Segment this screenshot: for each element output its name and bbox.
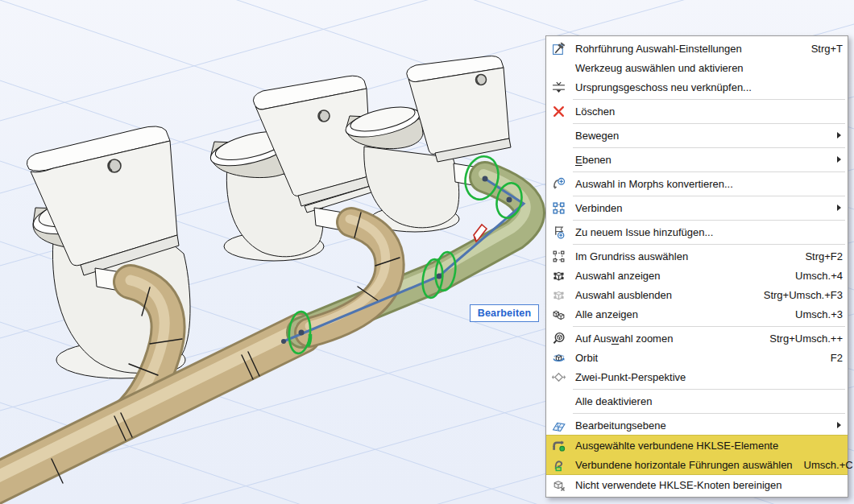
menu-item-shortcut: F2 <box>819 352 843 364</box>
menu-item-label: Auswahl anzeigen <box>575 270 661 282</box>
menu-item-label: Verbinden <box>575 202 623 214</box>
flush-button <box>476 75 487 85</box>
menu-item[interactable]: Auswahl in Morphs konvertieren... <box>546 174 848 193</box>
menu-item[interactable]: Alle anzeigenUmsch.+3 <box>546 304 848 324</box>
menu-item-label: Bewegen <box>575 130 619 142</box>
show-selection-icon <box>552 268 571 283</box>
menu-item[interactable]: OrbitF2 <box>546 348 848 367</box>
application-window: Bearbeiten Rohrführung Auswahl-Einstellu… <box>0 0 854 504</box>
menu-item-shortcut: Umsch.+3 <box>784 308 843 320</box>
zoom-to-selection-icon <box>552 331 571 345</box>
menu-item-shortcut: Strg+T <box>800 43 843 55</box>
menu-item-label: Zwei-Punkt-Perspektive <box>575 371 686 383</box>
menu-item-label: Im Grundriss auswählen <box>575 250 688 262</box>
menu-item-label: Nicht verwendete HKLSE-Knoten bereinigen <box>575 479 782 491</box>
flush-button <box>108 159 121 172</box>
menu-item[interactable]: Rohrführung Auswahl-EinstellungenStrg+T <box>546 39 848 58</box>
menu-item[interactable]: Zu neuem Issue hinzufügen... <box>546 222 848 242</box>
pipe-node[interactable] <box>299 330 305 336</box>
menu-item-label: Verbundene horizontale Führungen auswähl… <box>575 459 793 471</box>
menu-item[interactable]: Bearbeitungsebene <box>546 415 848 435</box>
show-all-icon <box>552 307 571 321</box>
menu-item-label: Ursprungsgeschoss neu verknüpfen... <box>575 81 752 93</box>
pipe-node[interactable] <box>437 274 442 279</box>
menu-item-label: Werkzeug auswählen und aktivieren <box>575 62 744 74</box>
context-menu: Rohrführung Auswahl-EinstellungenStrg+TW… <box>545 35 848 498</box>
submenu-arrow-icon <box>837 156 841 163</box>
menu-item-label: Orbit <box>575 352 598 364</box>
menu-item[interactable]: Zwei-Punkt-Perspektive <box>546 367 848 386</box>
two-point-perspective-icon <box>552 370 571 384</box>
menu-item[interactable]: Ursprungsgeschoss neu verknüpfen... <box>546 77 848 97</box>
menu-item[interactable]: Verbinden <box>546 198 848 217</box>
connected-mep-elements-icon <box>552 438 571 452</box>
submenu-arrow-icon <box>837 204 841 211</box>
orbit-icon <box>552 350 571 365</box>
pipe-node[interactable] <box>483 176 488 182</box>
menu-item-shortcut: Strg+Umsch.++ <box>758 333 843 345</box>
menu-item[interactable]: Werkzeug auswählen und aktivieren <box>546 58 848 77</box>
menu-separator <box>573 389 845 390</box>
menu-item[interactable]: Alle deaktivieren <box>546 391 848 411</box>
submenu-arrow-icon <box>837 132 841 138</box>
select-on-plan-icon <box>552 249 571 263</box>
menu-item-label: Auswahl ausblenden <box>575 289 672 301</box>
menu-item-label: Zu neuem Issue hinzufügen... <box>575 226 713 238</box>
cleanup-mep-nodes-icon <box>552 477 571 492</box>
menu-separator <box>573 99 845 100</box>
menu-item[interactable]: Auf Auswahl zoomenStrg+Umsch.++ <box>546 328 848 348</box>
hide-selection-icon <box>552 287 571 302</box>
menu-separator <box>573 123 845 124</box>
relink-story-icon <box>552 80 571 94</box>
menu-item-label: Rohrführung Auswahl-Einstellungen <box>575 43 742 55</box>
no-icon <box>552 60 571 75</box>
menu-item[interactable]: Bewegen <box>546 126 848 145</box>
menu-item-shortcut: Strg+F2 <box>794 250 843 262</box>
menu-separator <box>573 244 845 245</box>
menu-item-shortcut: Umsch.+C <box>793 459 853 471</box>
connected-guides-icon <box>552 457 571 472</box>
editing-plane-icon <box>552 418 571 432</box>
menu-item-label: Alle anzeigen <box>575 308 638 320</box>
menu-item-label: Auf Auswahl zoomen <box>575 333 673 345</box>
menu-item-label: Auswahl in Morphs konvertieren... <box>575 178 733 190</box>
menu-item-label: Alle deaktivieren <box>575 395 652 407</box>
menu-separator <box>573 220 845 221</box>
pipe-node[interactable] <box>281 339 286 344</box>
add-to-issue-icon <box>552 225 571 239</box>
pipe-node[interactable] <box>507 197 512 203</box>
menu-separator <box>573 171 845 172</box>
menu-item[interactable]: Im Grundriss auswählenStrg+F2 <box>546 246 848 266</box>
connect-icon <box>552 200 571 215</box>
menu-item[interactable]: Löschen <box>546 101 848 121</box>
edit-tooltip: Bearbeiten <box>470 304 539 322</box>
menu-item[interactable]: Nicht verwendete HKLSE-Knoten bereinigen <box>546 475 848 494</box>
menu-item-label: Bearbeitungsebene <box>575 419 666 432</box>
pipe-route-settings-icon <box>552 41 571 56</box>
delete-icon <box>552 104 571 118</box>
menu-item-shortcut: Strg+Umsch.+F3 <box>752 289 843 301</box>
menu-item[interactable]: Auswahl anzeigenUmsch.+4 <box>546 266 848 285</box>
menu-item[interactable]: Verbundene horizontale Führungen auswähl… <box>546 455 848 475</box>
menu-item[interactable]: Auswahl ausblendenStrg+Umsch.+F3 <box>546 285 848 304</box>
menu-item[interactable]: Ebenen <box>546 150 848 169</box>
submenu-arrow-icon <box>837 422 841 428</box>
menu-item-label: Löschen <box>575 105 615 118</box>
no-icon <box>552 394 571 408</box>
menu-item-label: Ebenen <box>575 154 611 166</box>
convert-to-morph-icon <box>552 176 571 191</box>
no-icon <box>552 152 571 167</box>
menu-separator <box>573 196 845 196</box>
menu-item-label: Ausgewählte verbundene HKLSE-Elemente <box>575 440 778 452</box>
menu-separator <box>573 413 845 414</box>
no-icon <box>552 128 571 143</box>
menu-item[interactable]: Ausgewählte verbundene HKLSE-Elemente <box>546 435 848 455</box>
menu-separator <box>573 147 845 148</box>
menu-item-shortcut: Umsch.+4 <box>784 270 843 282</box>
menu-separator <box>573 326 845 327</box>
